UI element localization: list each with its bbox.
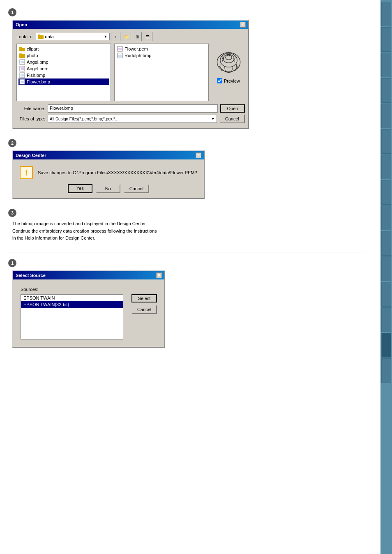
select-source-close[interactable]: ✕ <box>156 272 162 278</box>
filetype-select[interactable]: All Design Files(*.pem;*.bmp;*.pcx;*... … <box>48 115 217 123</box>
open-dialog-title: Open <box>16 22 27 27</box>
file-item-flower-bmp[interactable]: Flower.bmp <box>18 78 109 85</box>
svg-rect-7 <box>21 61 24 63</box>
yes-button[interactable]: Yes <box>68 184 92 193</box>
file-item-rudolph-bmp[interactable]: Rudolph.bmp <box>116 52 207 59</box>
svg-rect-15 <box>118 48 122 50</box>
file-item-clipart[interactable]: clipart <box>18 46 109 52</box>
toolbar-btn-list[interactable]: ☰ <box>143 32 152 41</box>
open-dialog-wrapper: Open ✕ Look in: data ▼ <box>12 20 364 129</box>
svg-rect-4 <box>19 54 25 58</box>
step3-text: The bitmap image is converted and displa… <box>12 220 364 242</box>
select-source-row: EPSON TWAIN EPSON TWAIN(32-bit) Select C… <box>21 294 157 339</box>
file-name-clipart: clipart <box>27 46 39 51</box>
sidebar-tab-6[interactable] <box>381 129 391 154</box>
design-center-buttons: Yes No Cancel <box>13 184 204 198</box>
sidebar-tab-7[interactable] <box>381 155 391 179</box>
toolbar-btn-new[interactable]: 📁 <box>122 32 131 41</box>
rose-preview <box>213 45 244 76</box>
toolbar-btn-icons[interactable]: ⊞ <box>133 32 142 41</box>
sidebar-tab-12[interactable] <box>381 282 391 307</box>
no-button[interactable]: No <box>96 184 120 193</box>
file-name-angel-pem: Angel.pem <box>27 66 48 71</box>
source-item-epson-twain[interactable]: EPSON TWAIN <box>21 295 123 301</box>
sidebar-tab-2[interactable] <box>381 27 391 52</box>
select-source-dialog: Select Source ✕ Sources: EPSON TWAIN EPS… <box>12 270 165 348</box>
svg-rect-11 <box>21 74 24 76</box>
sidebar-tab-5[interactable] <box>381 104 391 128</box>
file-name-photo: photo <box>27 53 38 58</box>
lookin-label: Look in: <box>16 34 32 39</box>
select-source-titlebar: Select Source ✕ <box>13 271 164 279</box>
step3-line1: The bitmap image is converted and displa… <box>12 221 147 226</box>
preview-area: Preview <box>212 44 245 101</box>
design-center-message: Save changes to C:\Program Files\XXXXX\X… <box>38 170 197 175</box>
step-badge-2: 2 <box>8 139 16 147</box>
sidebar-tab-10[interactable] <box>381 231 391 256</box>
cancel-button-source[interactable]: Cancel <box>131 305 157 314</box>
select-source-dialog-wrapper: Select Source ✕ Sources: EPSON TWAIN EPS… <box>12 270 364 348</box>
preview-checkbox[interactable] <box>217 78 222 83</box>
select-source-buttons: Select Cancel <box>131 294 157 339</box>
filetype-label: Files of type: <box>16 116 45 121</box>
preview-label: Preview <box>224 78 240 83</box>
pem-icon-angel <box>19 66 25 72</box>
preview-box <box>212 44 245 76</box>
source-item-epson-twain-32[interactable]: EPSON TWAIN(32-bit) <box>21 301 123 308</box>
preview-checkbox-area[interactable]: Preview <box>217 78 240 83</box>
file-item-angel-bmp[interactable]: Angel.bmp <box>18 59 109 65</box>
folder-dropdown[interactable]: data ▼ <box>36 33 110 40</box>
sidebar-tab-11[interactable] <box>381 256 391 281</box>
sidebar-tab-15[interactable] <box>381 358 391 383</box>
svg-point-20 <box>223 54 234 63</box>
open-dialog-body: Look in: data ▼ ↑ 📁 ⊞ ☰ <box>13 29 248 128</box>
section2-step1: 1 Select Source ✕ Sources: EPSON TWAIN E… <box>8 259 364 348</box>
sources-list[interactable]: EPSON TWAIN EPSON TWAIN(32-bit) <box>21 294 123 339</box>
sidebar-tab-8[interactable] <box>381 180 391 205</box>
select-button[interactable]: Select <box>131 294 157 302</box>
sidebar-tab-9[interactable] <box>381 205 391 230</box>
file-name-angel-bmp: Angel.bmp <box>27 60 48 65</box>
section-divider <box>8 252 364 252</box>
filetype-value: All Design Files(*.pem;*.bmp;*.pcx;*... <box>50 117 118 121</box>
design-center-dialog: Design Center ✕ ! Save changes to C:\Pro… <box>12 150 205 199</box>
svg-point-21 <box>226 55 232 60</box>
open-button[interactable]: Open <box>220 104 245 113</box>
file-list-col2[interactable]: Flower.pem Rudolph.bmp <box>114 44 209 101</box>
sources-label: Sources: <box>21 287 157 292</box>
section1-step2: 2 Design Center ✕ ! Save changes to C:\P… <box>8 139 364 199</box>
toolbar-btn-up[interactable]: ↑ <box>111 32 120 41</box>
cancel-button-open[interactable]: Cancel <box>219 114 245 123</box>
step-badge-3: 3 <box>8 209 16 217</box>
cancel-button-design[interactable]: Cancel <box>124 184 149 193</box>
open-dialog-close[interactable]: ✕ <box>240 22 246 28</box>
step-badge-1b: 1 <box>8 259 16 267</box>
file-list[interactable]: clipart photo Angel.bmp <box>16 44 111 101</box>
file-item-angel-pem[interactable]: Angel.pem <box>18 65 109 72</box>
file-name-rudolph-bmp: Rudolph.bmp <box>125 53 151 58</box>
section1-step3: 3 The bitmap image is converted and disp… <box>8 209 364 242</box>
folder-icon <box>38 34 44 39</box>
select-source-body: Sources: EPSON TWAIN EPSON TWAIN(32-bit)… <box>13 279 164 347</box>
design-center-dialog-wrapper: Design Center ✕ ! Save changes to C:\Pro… <box>12 150 364 199</box>
bmp-icon-fish <box>19 72 25 78</box>
svg-rect-1 <box>38 35 40 36</box>
filename-input[interactable]: Flower.bmp <box>48 104 218 113</box>
design-center-titlebar: Design Center ✕ <box>13 151 204 159</box>
sidebar-tab-14[interactable] <box>381 333 391 358</box>
file-item-flower-pem[interactable]: Flower.pem <box>116 46 207 52</box>
select-source-content: Sources: EPSON TWAIN EPSON TWAIN(32-bit)… <box>16 283 161 344</box>
svg-rect-5 <box>19 53 22 55</box>
design-center-close[interactable]: ✕ <box>196 152 201 158</box>
dropdown-arrow: ▼ <box>104 35 108 39</box>
sidebar-tab-3[interactable] <box>381 53 391 77</box>
file-item-photo[interactable]: photo <box>18 52 109 59</box>
file-item-fish-bmp[interactable]: Fish.bmp <box>18 72 109 78</box>
sidebar-tab-4[interactable] <box>381 78 391 103</box>
sidebar-tab-1[interactable] <box>381 2 391 26</box>
folder-icon-photo <box>19 53 25 58</box>
sidebar-tab-13[interactable] <box>381 307 391 332</box>
svg-rect-17 <box>118 55 122 57</box>
filetype-row: Files of type: All Design Files(*.pem;*.… <box>16 114 245 123</box>
svg-rect-13 <box>21 81 24 83</box>
